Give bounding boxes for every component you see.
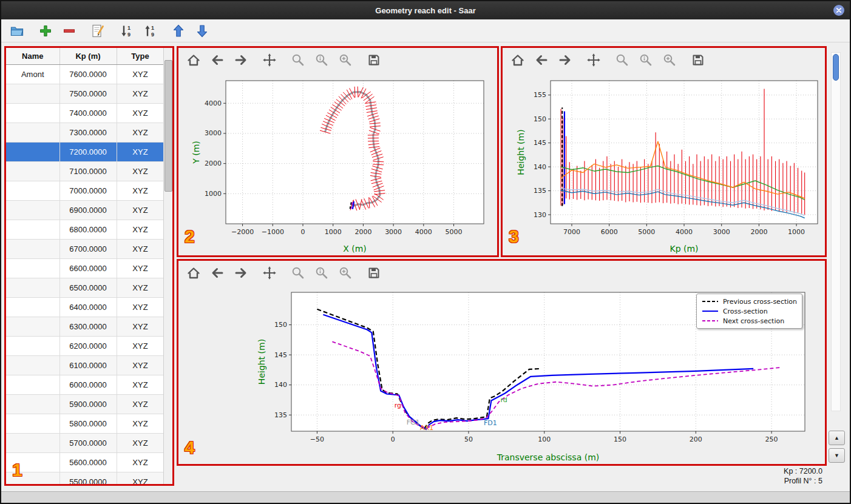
plot-info-button[interactable] xyxy=(314,265,330,281)
table-row[interactable]: 7000.0000XYZ xyxy=(6,181,164,201)
longitudinal-profile-chart[interactable]: 7000600050004000300020001000130135140145… xyxy=(503,72,825,255)
table-cell[interactable]: 6600.0000 xyxy=(59,259,117,278)
cross-section-plot[interactable]: −50050100150200250135140145150Transverse… xyxy=(178,285,825,464)
pan-button[interactable] xyxy=(262,52,277,68)
table-cell[interactable] xyxy=(6,84,59,104)
table-cell[interactable] xyxy=(6,414,59,434)
zoom-button[interactable] xyxy=(290,265,306,281)
table-cell[interactable] xyxy=(6,123,59,143)
table-cell[interactable]: XYZ xyxy=(117,220,164,240)
table-row[interactable]: 5700.0000XYZ xyxy=(6,434,164,453)
save-figure-button[interactable] xyxy=(366,52,382,68)
window-scrollbar[interactable] xyxy=(831,52,841,411)
table-cell[interactable]: XYZ xyxy=(117,298,164,317)
save-figure-button[interactable] xyxy=(690,52,706,68)
table-row[interactable]: 6900.0000XYZ xyxy=(6,201,164,220)
table-cell[interactable] xyxy=(6,298,59,317)
sort-ascending-button[interactable] xyxy=(141,22,158,39)
home-button[interactable] xyxy=(186,265,202,281)
table-cell[interactable]: 5700.0000 xyxy=(59,434,117,453)
table-cell[interactable] xyxy=(6,162,59,181)
table-row[interactable]: 6100.0000XYZ xyxy=(6,356,164,375)
table-cell[interactable] xyxy=(6,375,59,395)
home-button[interactable] xyxy=(186,52,202,68)
table-cell[interactable] xyxy=(6,181,59,201)
table-cell[interactable]: 7400.0000 xyxy=(59,104,117,123)
table-cell[interactable]: XYZ xyxy=(117,259,164,278)
table-row[interactable]: 6200.0000XYZ xyxy=(6,337,164,356)
table-cell[interactable]: 5900.0000 xyxy=(59,395,117,414)
zoom-settings-button[interactable] xyxy=(337,52,353,68)
table-cell[interactable]: Amont xyxy=(6,65,59,84)
table-cell[interactable]: 5800.0000 xyxy=(59,414,117,434)
table-cell[interactable] xyxy=(6,259,59,278)
table-cell[interactable]: 6900.0000 xyxy=(59,201,117,220)
table-cell[interactable]: 6300.0000 xyxy=(59,317,117,337)
zoom-settings-button[interactable] xyxy=(662,52,677,68)
table-row[interactable]: 6800.0000XYZ xyxy=(6,220,164,240)
table-cell[interactable]: XYZ xyxy=(117,84,164,104)
back-button[interactable] xyxy=(209,265,225,281)
home-button[interactable] xyxy=(510,52,526,68)
table-cell[interactable] xyxy=(6,278,59,298)
table-cell[interactable]: 6100.0000 xyxy=(59,356,117,375)
table-row[interactable]: 6600.0000XYZ xyxy=(6,259,164,278)
pan-button[interactable] xyxy=(262,265,277,281)
remove-section-button[interactable] xyxy=(61,22,77,39)
table-cell[interactable]: XYZ xyxy=(117,453,164,472)
table-row[interactable]: 7100.0000XYZ xyxy=(6,162,164,181)
table-row[interactable]: 7400.0000XYZ xyxy=(6,104,164,123)
forward-button[interactable] xyxy=(557,52,573,68)
table-cell[interactable]: 7300.0000 xyxy=(59,123,117,143)
table-cell[interactable]: 6400.0000 xyxy=(59,298,117,317)
table-cell[interactable]: 7600.0000 xyxy=(59,65,117,84)
table-cell[interactable] xyxy=(6,356,59,375)
table-cell[interactable]: 7200.0000 xyxy=(59,143,117,162)
table-cell[interactable] xyxy=(6,143,59,162)
table-cell[interactable]: 6000.0000 xyxy=(59,375,117,395)
back-button[interactable] xyxy=(534,52,549,68)
table-row[interactable]: 5900.0000XYZ xyxy=(6,395,164,414)
table-cell[interactable]: XYZ xyxy=(117,356,164,375)
close-button[interactable] xyxy=(833,4,845,16)
previous-profile-button[interactable]: ▲ xyxy=(829,431,845,445)
table-cell[interactable]: XYZ xyxy=(117,278,164,298)
sort-descending-button[interactable] xyxy=(118,22,134,39)
table-cell[interactable]: 5500.0000 xyxy=(59,472,117,485)
edit-section-button[interactable] xyxy=(89,22,106,39)
zoom-button[interactable] xyxy=(290,52,306,68)
table-cell[interactable]: XYZ xyxy=(117,337,164,356)
plot-info-button[interactable] xyxy=(638,52,654,68)
add-section-button[interactable] xyxy=(37,22,53,39)
table-cell[interactable] xyxy=(6,201,59,220)
table-cell[interactable]: XYZ xyxy=(117,104,164,123)
window-scrollbar-thumb[interactable] xyxy=(833,54,839,81)
table-cell[interactable] xyxy=(6,337,59,356)
table-cell[interactable]: 5600.0000 xyxy=(59,453,117,472)
table-row[interactable]: Amont7600.0000XYZ xyxy=(6,65,164,84)
plot-info-button[interactable] xyxy=(314,52,330,68)
open-file-button[interactable] xyxy=(8,22,25,39)
table-cell[interactable]: 7100.0000 xyxy=(59,162,117,181)
table-cell[interactable]: XYZ xyxy=(117,414,164,434)
table-row[interactable]: 5500.0000XYZ xyxy=(6,472,164,485)
table-cell[interactable]: 6500.0000 xyxy=(59,278,117,298)
table-cell[interactable]: 6700.0000 xyxy=(59,240,117,259)
table-row[interactable]: 6300.0000XYZ xyxy=(6,317,164,337)
table-row[interactable]: 5800.0000XYZ xyxy=(6,414,164,434)
table-cell[interactable]: 6800.0000 xyxy=(59,220,117,240)
move-up-button[interactable] xyxy=(170,22,186,39)
table-cell[interactable]: 6200.0000 xyxy=(59,337,117,356)
table-row[interactable]: 7200.0000XYZ xyxy=(6,143,164,162)
table-cell[interactable]: 7500.0000 xyxy=(59,84,117,104)
table-cell[interactable]: XYZ xyxy=(117,375,164,395)
table-cell[interactable]: XYZ xyxy=(117,434,164,453)
table-cell[interactable]: XYZ xyxy=(117,240,164,259)
table-row[interactable]: 7300.0000XYZ xyxy=(6,123,164,143)
plan-view-plot[interactable]: −2000−1000010002000300040005000100020003… xyxy=(178,72,497,255)
back-button[interactable] xyxy=(209,52,225,68)
table-cell[interactable] xyxy=(6,240,59,259)
forward-button[interactable] xyxy=(233,265,249,281)
table-cell[interactable]: XYZ xyxy=(117,162,164,181)
table-cell[interactable]: 7000.0000 xyxy=(59,181,117,201)
